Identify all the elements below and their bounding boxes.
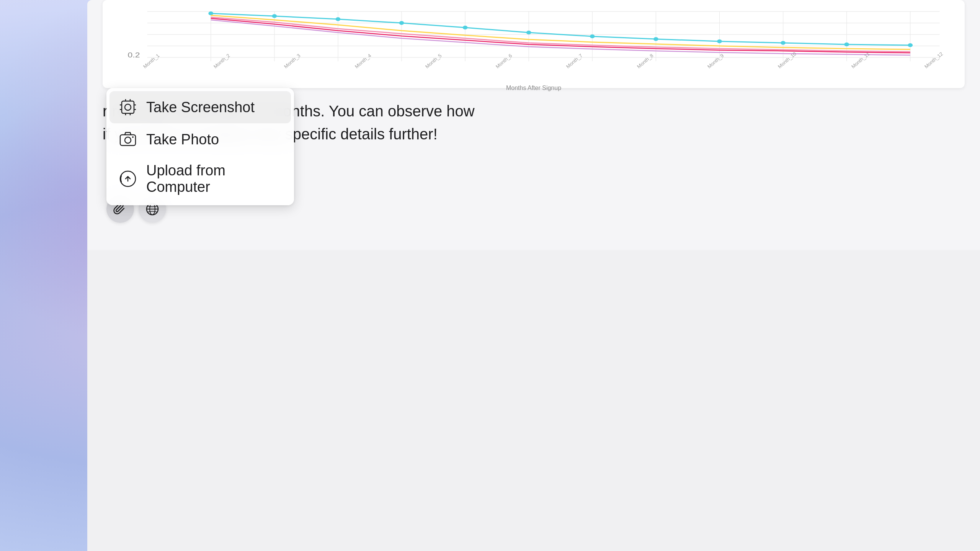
- chart-svg: 0.2: [118, 8, 949, 69]
- take-screenshot-label: Take Screenshot: [146, 99, 255, 116]
- svg-point-31: [125, 104, 131, 110]
- svg-point-42: [132, 136, 134, 138]
- svg-point-29: [908, 43, 913, 47]
- svg-point-21: [399, 21, 404, 25]
- svg-rect-40: [120, 135, 136, 146]
- screenshot-icon: [119, 98, 137, 116]
- svg-point-20: [336, 17, 341, 21]
- chart-area: 0.2: [103, 0, 965, 88]
- take-photo-label: Take Photo: [146, 131, 219, 148]
- svg-point-41: [125, 137, 131, 143]
- svg-point-22: [463, 26, 468, 29]
- svg-point-26: [717, 39, 722, 43]
- svg-point-18: [208, 11, 213, 15]
- svg-text:0.2: 0.2: [128, 51, 140, 59]
- upload-icon: [119, 170, 137, 188]
- svg-point-28: [844, 43, 849, 46]
- app-window: 0.2: [87, 0, 980, 551]
- svg-point-23: [526, 31, 531, 34]
- svg-point-24: [590, 34, 595, 38]
- upload-computer-label: Upload from Computer: [146, 162, 282, 195]
- take-screenshot-item[interactable]: Take Screenshot: [109, 91, 291, 123]
- upload-computer-item[interactable]: Upload from Computer: [109, 155, 291, 202]
- svg-point-27: [781, 41, 786, 45]
- svg-point-25: [653, 37, 658, 41]
- popup-menu: Take Screenshot Take Photo Upload from C…: [106, 88, 294, 205]
- camera-icon: [119, 130, 137, 149]
- content-area-bottom: [87, 250, 980, 551]
- svg-rect-30: [122, 101, 134, 113]
- take-photo-item[interactable]: Take Photo: [109, 123, 291, 155]
- svg-point-19: [272, 14, 277, 18]
